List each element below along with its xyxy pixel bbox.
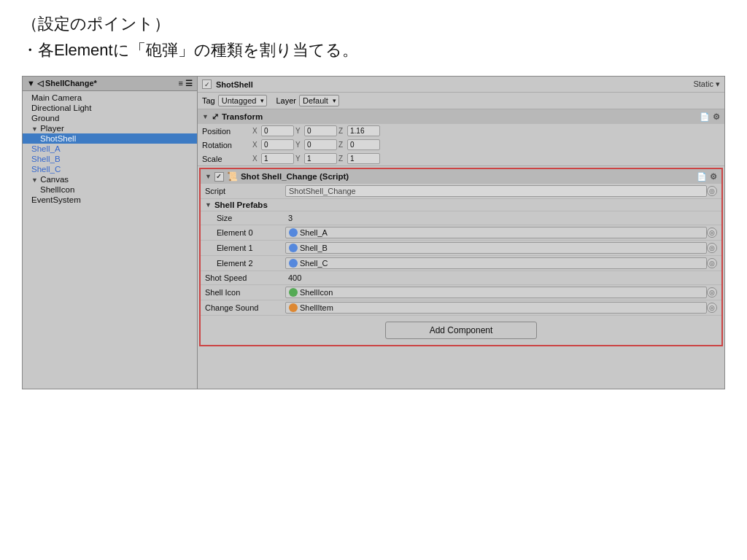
inspector-scroll[interactable]: ▼ ⤢ Transform 📄 ⚙ Position X Y	[198, 109, 724, 389]
script-section-header: ▼ 📜 Shot Shell_Change (Script) 📄 ⚙	[201, 169, 721, 184]
rotation-x-input[interactable]	[261, 139, 294, 150]
hierarchy-label: Shell_C	[31, 165, 61, 174]
hierarchy-title: ▼ ◁ ShellChange*	[27, 79, 97, 88]
hierarchy-label: Shell_A	[31, 144, 61, 153]
triangle-icon: ▼	[31, 125, 38, 133]
hierarchy-content: Main Camera Directional Light Ground ▼ P…	[23, 91, 197, 389]
rot-y-label: Y	[295, 141, 303, 149]
element-2-row: Element 2 Shell_C ◎	[201, 256, 721, 271]
change-sound-row: Change Sound ShellItem ◎	[201, 300, 721, 316]
hierarchy-panel-icons: ≡ ☰	[179, 79, 193, 88]
shell-icon-value[interactable]: ShellIcon	[285, 287, 707, 298]
pos-x-label: X	[252, 127, 260, 135]
position-coords: X Y Z	[252, 125, 720, 136]
rotation-label: Rotation	[202, 141, 249, 149]
scale-row: Scale X Y Z	[198, 152, 724, 166]
transform-settings: 📄 ⚙	[700, 112, 720, 122]
script-field-value[interactable]: ShotShell_Change	[285, 185, 707, 197]
transform-icon: ⤢	[212, 112, 219, 122]
hierarchy-item-directional-light[interactable]: Directional Light	[23, 103, 197, 113]
element-1-circle-btn[interactable]: ◎	[707, 243, 717, 253]
hierarchy-item-shell-a[interactable]: Shell_A	[23, 144, 197, 154]
hierarchy-label: EventSystem	[31, 195, 81, 204]
header-area: （設定のポイント） ・各Elementに「砲弾」の種類を割り当てる。	[0, 0, 747, 69]
element-2-circle-btn[interactable]: ◎	[707, 258, 717, 268]
script-settings: 📄 ⚙	[697, 172, 717, 182]
hierarchy-item-player[interactable]: ▼ Player	[23, 123, 197, 133]
shot-speed-value: 400	[285, 273, 717, 283]
hierarchy-panel-header: ▼ ◁ ShellChange* ≡ ☰	[23, 77, 197, 91]
shell-prefabs-label: Shell Prefabs	[214, 201, 268, 209]
triangle-icon: ▼	[31, 176, 38, 184]
scale-x-label: X	[252, 155, 260, 163]
transform-title: Transform	[222, 112, 263, 121]
rotation-y-input[interactable]	[304, 139, 337, 150]
unity-editor: ▼ ◁ ShellChange* ≡ ☰ Main Camera Directi…	[22, 76, 725, 389]
header-subtitle: ・各Elementに「砲弾」の種類を割り当てる。	[22, 39, 725, 61]
shell-icon-obj-icon	[289, 288, 298, 297]
element-1-value[interactable]: Shell_B	[285, 242, 707, 254]
position-y-input[interactable]	[304, 125, 337, 136]
script-title: Shot Shell_Change (Script)	[241, 172, 349, 181]
script-row: Script ShotShell_Change ◎	[201, 184, 721, 199]
rot-x-label: X	[252, 141, 260, 149]
position-x-input[interactable]	[261, 125, 294, 136]
scale-z-input[interactable]	[347, 153, 380, 164]
hierarchy-item-eventsystem[interactable]: EventSystem	[23, 195, 197, 205]
shell-icon-text: ShellIcon	[300, 288, 333, 297]
hierarchy-item-ground[interactable]: Ground	[23, 113, 197, 123]
script-value-text: ShotShell_Change	[289, 187, 356, 195]
hierarchy-item-shellicon[interactable]: ShellIcon	[23, 184, 197, 195]
hierarchy-item-shell-b[interactable]: Shell_B	[23, 154, 197, 164]
script-component-icon: 📜	[227, 171, 238, 182]
scale-z-label: Z	[338, 155, 346, 163]
transform-header: ▼ ⤢ Transform 📄 ⚙	[198, 109, 724, 124]
script-gear-icon: ⚙	[710, 172, 717, 182]
position-z-input[interactable]	[347, 125, 380, 136]
change-sound-value[interactable]: ShellItem	[285, 302, 707, 314]
element-0-text: Shell_A	[300, 228, 328, 237]
change-sound-circle-btn[interactable]: ◎	[707, 303, 717, 313]
shell-icon-circle-btn[interactable]: ◎	[707, 287, 717, 298]
element-2-icon	[289, 259, 298, 268]
layer-dropdown[interactable]: Default	[299, 95, 339, 106]
hierarchy-label: Directional Light	[31, 104, 91, 112]
transform-triangle: ▼	[202, 113, 209, 120]
element-0-label: Element 0	[205, 228, 285, 237]
active-checkbox[interactable]	[202, 79, 212, 89]
element-0-value[interactable]: Shell_A	[285, 227, 707, 238]
add-component-button[interactable]: Add Component	[385, 322, 538, 339]
layer-value: Default	[303, 96, 328, 105]
position-row: Position X Y Z	[198, 124, 724, 138]
transform-section: ▼ ⤢ Transform 📄 ⚙ Position X Y	[198, 109, 724, 166]
hierarchy-item-shell-c[interactable]: Shell_C	[23, 164, 197, 174]
change-sound-obj-icon	[289, 303, 298, 312]
hierarchy-item-main-camera[interactable]: Main Camera	[23, 93, 197, 103]
scale-x-input[interactable]	[261, 153, 294, 164]
hierarchy-label: Player	[40, 124, 64, 133]
hierarchy-item-shotshell[interactable]: ShotShell	[23, 133, 197, 144]
element-2-value[interactable]: Shell_C	[285, 257, 707, 269]
tag-dropdown[interactable]: Untagged	[218, 95, 268, 106]
hierarchy-label: Ground	[31, 114, 59, 122]
header-title: （設定のポイント）	[22, 13, 725, 35]
scale-y-label: Y	[295, 155, 303, 163]
change-sound-text: ShellItem	[300, 303, 333, 312]
static-label: Static ▾	[693, 79, 720, 89]
script-section: ▼ 📜 Shot Shell_Change (Script) 📄 ⚙ Scrip…	[199, 168, 723, 346]
scale-y-input[interactable]	[304, 153, 337, 164]
rotation-z-input[interactable]	[347, 139, 380, 150]
element-1-row: Element 1 Shell_B ◎	[201, 241, 721, 256]
script-circle-btn[interactable]: ◎	[707, 186, 717, 196]
tag-layer-row: Tag Untagged Layer Default	[198, 93, 724, 109]
script-active-checkbox[interactable]	[214, 172, 224, 182]
element-0-circle-btn[interactable]: ◎	[707, 228, 717, 238]
size-row: Size 3	[201, 211, 721, 225]
pos-z-label: Z	[338, 127, 346, 135]
shell-prefabs-header: ▼ Shell Prefabs	[201, 199, 721, 211]
hierarchy-label: Main Camera	[31, 93, 82, 102]
hierarchy-item-canvas[interactable]: ▼ Canvas	[23, 174, 197, 184]
gear-icon: ⚙	[713, 112, 720, 122]
script-field-label: Script	[205, 187, 285, 195]
element-1-label: Element 1	[205, 244, 285, 252]
